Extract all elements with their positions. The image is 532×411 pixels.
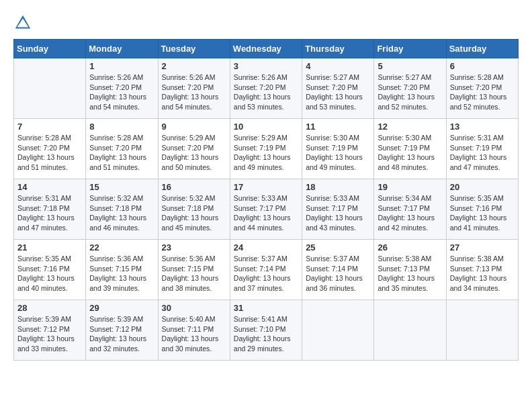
day-info: Sunrise: 5:37 AMSunset: 7:14 PMDaylight:…: [306, 254, 370, 293]
day-info: Sunrise: 5:32 AMSunset: 7:18 PMDaylight:…: [89, 193, 154, 233]
day-info: Sunrise: 5:29 AMSunset: 7:20 PMDaylight:…: [162, 133, 226, 173]
weekday-header-friday: Friday: [374, 40, 446, 58]
day-info: Sunrise: 5:39 AMSunset: 7:12 PMDaylight:…: [17, 314, 82, 354]
day-number: 8: [89, 122, 154, 132]
day-number: 7: [17, 122, 82, 132]
day-info: Sunrise: 5:32 AMSunset: 7:18 PMDaylight:…: [162, 193, 226, 233]
day-info: Sunrise: 5:35 AMSunset: 7:16 PMDaylight:…: [450, 193, 515, 233]
weekday-header-saturday: Saturday: [446, 40, 518, 58]
day-number: 21: [17, 242, 82, 253]
day-info: Sunrise: 5:33 AMSunset: 7:17 PMDaylight:…: [234, 193, 298, 233]
day-info: Sunrise: 5:31 AMSunset: 7:18 PMDaylight:…: [17, 193, 82, 233]
calendar-cell: 13Sunrise: 5:31 AMSunset: 7:19 PMDayligh…: [446, 119, 518, 179]
calendar-cell: 21Sunrise: 5:35 AMSunset: 7:16 PMDayligh…: [14, 240, 86, 300]
day-info: Sunrise: 5:38 AMSunset: 7:13 PMDaylight:…: [450, 254, 515, 293]
day-info: Sunrise: 5:35 AMSunset: 7:16 PMDaylight:…: [17, 254, 82, 293]
day-info: Sunrise: 5:31 AMSunset: 7:19 PMDaylight:…: [450, 133, 515, 173]
calendar-cell: 6Sunrise: 5:28 AMSunset: 7:20 PMDaylight…: [446, 58, 518, 119]
day-number: 13: [450, 122, 515, 132]
weekday-header-monday: Monday: [86, 40, 158, 58]
day-number: 10: [234, 122, 298, 132]
calendar-cell: 19Sunrise: 5:34 AMSunset: 7:17 PMDayligh…: [374, 179, 446, 240]
calendar-cell: 9Sunrise: 5:29 AMSunset: 7:20 PMDaylight…: [158, 119, 230, 179]
day-number: 16: [162, 182, 226, 192]
calendar-cell: 7Sunrise: 5:28 AMSunset: 7:20 PMDaylight…: [14, 119, 86, 179]
calendar-cell: 24Sunrise: 5:37 AMSunset: 7:14 PMDayligh…: [230, 240, 302, 300]
day-number: 28: [17, 303, 82, 313]
calendar-cell: 12Sunrise: 5:30 AMSunset: 7:19 PMDayligh…: [374, 119, 446, 179]
calendar-cell: 28Sunrise: 5:39 AMSunset: 7:12 PMDayligh…: [14, 300, 86, 361]
calendar-cell: [14, 58, 86, 119]
calendar-cell: 27Sunrise: 5:38 AMSunset: 7:13 PMDayligh…: [446, 240, 518, 300]
weekday-header-thursday: Thursday: [302, 40, 374, 58]
weekday-header-wednesday: Wednesday: [230, 40, 302, 58]
day-number: 18: [306, 182, 370, 192]
day-info: Sunrise: 5:28 AMSunset: 7:20 PMDaylight:…: [17, 133, 82, 173]
calendar-cell: [446, 300, 518, 361]
day-number: 12: [378, 122, 442, 132]
weekday-header-tuesday: Tuesday: [158, 40, 230, 58]
calendar-cell: 31Sunrise: 5:41 AMSunset: 7:10 PMDayligh…: [230, 300, 302, 361]
week-row-5: 28Sunrise: 5:39 AMSunset: 7:12 PMDayligh…: [14, 300, 519, 361]
day-info: Sunrise: 5:38 AMSunset: 7:13 PMDaylight:…: [378, 254, 442, 293]
day-number: 23: [162, 242, 226, 253]
weekday-header-row: SundayMondayTuesdayWednesdayThursdayFrid…: [14, 40, 519, 58]
day-info: Sunrise: 5:28 AMSunset: 7:20 PMDaylight:…: [89, 133, 154, 173]
day-info: Sunrise: 5:30 AMSunset: 7:19 PMDaylight:…: [306, 133, 370, 173]
logo: [13, 13, 35, 32]
day-info: Sunrise: 5:34 AMSunset: 7:17 PMDaylight:…: [378, 193, 442, 233]
calendar-table: SundayMondayTuesdayWednesdayThursdayFrid…: [13, 39, 519, 361]
logo-icon: [13, 13, 32, 32]
day-info: Sunrise: 5:27 AMSunset: 7:20 PMDaylight:…: [378, 73, 442, 112]
calendar-cell: 23Sunrise: 5:36 AMSunset: 7:15 PMDayligh…: [158, 240, 230, 300]
day-info: Sunrise: 5:40 AMSunset: 7:11 PMDaylight:…: [162, 314, 226, 354]
day-number: 20: [450, 182, 515, 192]
day-number: 6: [450, 61, 515, 71]
calendar-cell: [302, 300, 374, 361]
day-info: Sunrise: 5:26 AMSunset: 7:20 PMDaylight:…: [162, 73, 226, 112]
day-number: 27: [450, 242, 515, 253]
day-info: Sunrise: 5:29 AMSunset: 7:19 PMDaylight:…: [234, 133, 298, 173]
week-row-1: 1Sunrise: 5:26 AMSunset: 7:20 PMDaylight…: [14, 58, 519, 119]
calendar-cell: 2Sunrise: 5:26 AMSunset: 7:20 PMDaylight…: [158, 58, 230, 119]
day-number: 3: [234, 61, 298, 71]
day-number: 4: [306, 61, 370, 71]
calendar-cell: 14Sunrise: 5:31 AMSunset: 7:18 PMDayligh…: [14, 179, 86, 240]
day-info: Sunrise: 5:36 AMSunset: 7:15 PMDaylight:…: [162, 254, 226, 293]
calendar-cell: 20Sunrise: 5:35 AMSunset: 7:16 PMDayligh…: [446, 179, 518, 240]
day-info: Sunrise: 5:36 AMSunset: 7:15 PMDaylight:…: [89, 254, 154, 293]
day-number: 25: [306, 242, 370, 253]
day-info: Sunrise: 5:26 AMSunset: 7:20 PMDaylight:…: [89, 73, 154, 112]
day-number: 19: [378, 182, 442, 192]
day-number: 15: [89, 182, 154, 192]
calendar-cell: [374, 300, 446, 361]
weekday-header-sunday: Sunday: [14, 40, 86, 58]
day-number: 30: [162, 303, 226, 313]
calendar-cell: 26Sunrise: 5:38 AMSunset: 7:13 PMDayligh…: [374, 240, 446, 300]
calendar-cell: 18Sunrise: 5:33 AMSunset: 7:17 PMDayligh…: [302, 179, 374, 240]
calendar-cell: 16Sunrise: 5:32 AMSunset: 7:18 PMDayligh…: [158, 179, 230, 240]
day-number: 24: [234, 242, 298, 253]
day-number: 26: [378, 242, 442, 253]
day-info: Sunrise: 5:39 AMSunset: 7:12 PMDaylight:…: [89, 314, 154, 354]
day-number: 2: [162, 61, 226, 71]
day-info: Sunrise: 5:37 AMSunset: 7:14 PMDaylight:…: [234, 254, 298, 293]
calendar-cell: 29Sunrise: 5:39 AMSunset: 7:12 PMDayligh…: [86, 300, 158, 361]
week-row-2: 7Sunrise: 5:28 AMSunset: 7:20 PMDaylight…: [14, 119, 519, 179]
calendar-cell: 8Sunrise: 5:28 AMSunset: 7:20 PMDaylight…: [86, 119, 158, 179]
day-info: Sunrise: 5:26 AMSunset: 7:20 PMDaylight:…: [234, 73, 298, 112]
day-number: 17: [234, 182, 298, 192]
calendar-cell: 5Sunrise: 5:27 AMSunset: 7:20 PMDaylight…: [374, 58, 446, 119]
day-number: 22: [89, 242, 154, 253]
week-row-4: 21Sunrise: 5:35 AMSunset: 7:16 PMDayligh…: [14, 240, 519, 300]
day-number: 29: [89, 303, 154, 313]
calendar-cell: 25Sunrise: 5:37 AMSunset: 7:14 PMDayligh…: [302, 240, 374, 300]
day-number: 1: [89, 61, 154, 71]
calendar-cell: 17Sunrise: 5:33 AMSunset: 7:17 PMDayligh…: [230, 179, 302, 240]
day-number: 14: [17, 182, 82, 192]
week-row-3: 14Sunrise: 5:31 AMSunset: 7:18 PMDayligh…: [14, 179, 519, 240]
day-info: Sunrise: 5:27 AMSunset: 7:20 PMDaylight:…: [306, 73, 370, 112]
day-info: Sunrise: 5:33 AMSunset: 7:17 PMDaylight:…: [306, 193, 370, 233]
calendar-cell: 15Sunrise: 5:32 AMSunset: 7:18 PMDayligh…: [86, 179, 158, 240]
day-number: 11: [306, 122, 370, 132]
